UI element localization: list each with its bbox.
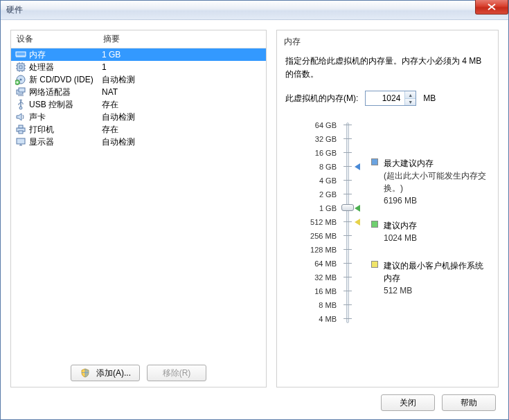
device-row-cpu[interactable]: 处理器1: [11, 61, 266, 73]
titlebar[interactable]: 硬件: [1, 1, 508, 20]
device-list-header: 设备 摘要: [11, 30, 266, 48]
device-row-sound[interactable]: 声卡自动检测: [11, 111, 266, 123]
max-marker-icon: [355, 163, 360, 170]
square-green-icon: [371, 221, 378, 228]
legend-max-value: 6196 MB: [384, 194, 490, 207]
tick-label: 128 MB: [305, 243, 337, 257]
legend-max-title: 最大建议内存: [384, 157, 490, 170]
memory-title: 内存: [277, 30, 498, 48]
legend: 最大建议内存 (超出此大小可能发生内存交换。) 6196 MB 建议内存 102…: [360, 118, 490, 326]
tick-mark: [343, 318, 352, 319]
svg-rect-11: [19, 131, 23, 134]
network-icon: [15, 86, 26, 98]
device-summary: 1 GB: [102, 50, 266, 60]
tick-mark: [343, 180, 352, 181]
slider-ticks: 64 GB32 GB16 GB8 GB4 GB2 GB1 GB512 MB256…: [305, 118, 341, 326]
device-summary: NAT: [102, 87, 266, 97]
tick-mark: [343, 249, 352, 250]
device-row-usb[interactable]: USB 控制器存在: [11, 98, 266, 111]
tick-label: 8 GB: [305, 160, 337, 174]
slider-thumb[interactable]: [341, 204, 354, 211]
memory-unit: MB: [423, 93, 436, 103]
device-name: USB 控制器: [29, 99, 102, 111]
legend-rec-title: 建议内存: [384, 219, 417, 232]
close-button[interactable]: 关闭: [381, 394, 435, 411]
help-button[interactable]: 帮助: [442, 394, 496, 411]
device-summary: 存在: [102, 124, 266, 136]
tick-label: 16 GB: [305, 146, 337, 160]
tick-label: 32 MB: [305, 271, 337, 284]
device-name: 新 CD/DVD (IDE): [29, 74, 102, 86]
tick-label: 4 GB: [305, 174, 337, 188]
square-blue-icon: [371, 158, 378, 165]
remove-button: 移除(R): [147, 365, 206, 381]
tick-label: 32 GB: [305, 132, 337, 146]
slider-track-col: [341, 118, 360, 326]
memory-panel: 内存 指定分配给此虚拟机的内存量。内存大小必须为 4 MB 的倍数。 此虚拟机的…: [276, 30, 499, 387]
tick-mark: [343, 304, 352, 305]
window-title: 硬件: [6, 4, 23, 16]
display-icon: [15, 136, 26, 147]
add-button[interactable]: 添加(A)...: [71, 365, 140, 381]
printer-icon: [15, 124, 26, 135]
device-buttons: 添加(A)... 移除(R): [11, 359, 266, 387]
legend-min-value: 512 MB: [384, 284, 490, 297]
device-name: 内存: [29, 49, 102, 61]
tick-mark: [343, 166, 352, 167]
svg-rect-2: [19, 66, 22, 69]
usb-icon: [15, 99, 26, 110]
tick-label: 64 MB: [305, 257, 337, 271]
tick-label: 8 MB: [305, 298, 337, 312]
memory-desc: 指定分配给此虚拟机的内存量。内存大小必须为 4 MB 的倍数。: [285, 55, 490, 81]
device-name: 打印机: [29, 124, 102, 136]
memory-input[interactable]: [366, 91, 404, 105]
legend-min-title: 建议的最小客户机操作系统内存: [384, 259, 490, 284]
legend-rec: 建议内存 1024 MB: [371, 219, 417, 244]
rec-marker-icon: [355, 205, 360, 212]
device-summary: 存在: [102, 99, 266, 111]
device-name: 处理器: [29, 62, 102, 73]
tick-label: 64 GB: [305, 118, 337, 132]
tick-mark: [343, 291, 352, 291]
client-area: 设备 摘要 内存1 GB处理器1新 CD/DVD (IDE)自动检测网络适配器N…: [1, 20, 508, 419]
legend-max: 最大建议内存 (超出此大小可能发生内存交换。) 6196 MB: [371, 157, 490, 207]
tick-mark: [343, 221, 352, 222]
cpu-icon: [15, 62, 26, 73]
tick-mark: [343, 138, 352, 139]
legend-max-note: (超出此大小可能发生内存交换。): [384, 170, 490, 194]
remove-button-label: 移除(R): [163, 367, 191, 379]
memory-input-row: 此虚拟机的内存(M): ▲ ▼ MB: [285, 91, 490, 106]
shield-icon: [80, 367, 91, 378]
close-icon[interactable]: [475, 0, 508, 15]
device-summary: 自动检测: [102, 111, 266, 123]
spinner-up-icon[interactable]: ▲: [405, 91, 416, 99]
svg-point-8: [19, 107, 22, 109]
dialog-footer: 关闭 帮助: [10, 387, 499, 412]
tick-mark: [343, 263, 352, 264]
svg-rect-12: [17, 138, 25, 144]
device-row-cd[interactable]: 新 CD/DVD (IDE)自动检测: [11, 73, 266, 86]
hardware-dialog: 硬件 设备 摘要 内存1 GB处理器1新 CD/DVD (IDE)自动检测网络适…: [0, 0, 509, 420]
tick-mark: [343, 152, 352, 153]
tick-mark: [343, 125, 352, 125]
device-row-memory[interactable]: 内存1 GB: [11, 48, 266, 61]
device-name: 声卡: [29, 111, 102, 123]
device-name: 网络适配器: [29, 86, 102, 98]
spinner-down-icon[interactable]: ▼: [405, 99, 416, 106]
col-header-summary[interactable]: 摘要: [103, 33, 120, 45]
device-row-printer[interactable]: 打印机存在: [11, 123, 266, 136]
memory-label: 此虚拟机的内存(M):: [285, 93, 358, 104]
add-button-label: 添加(A)...: [96, 367, 131, 379]
col-header-device[interactable]: 设备: [17, 33, 103, 45]
device-row-network[interactable]: 网络适配器NAT: [11, 86, 266, 98]
tick-mark: [343, 235, 352, 236]
tick-label: 512 MB: [305, 215, 337, 229]
tick-label: 1 GB: [305, 201, 337, 215]
svg-rect-10: [19, 125, 23, 128]
legend-rec-value: 1024 MB: [384, 232, 417, 244]
legend-min: 建议的最小客户机操作系统内存 512 MB: [371, 259, 490, 297]
device-summary: 自动检测: [102, 74, 266, 86]
device-row-display[interactable]: 显示器自动检测: [11, 136, 266, 148]
svg-point-4: [20, 79, 22, 81]
memory-spinner[interactable]: ▲ ▼: [365, 91, 416, 106]
